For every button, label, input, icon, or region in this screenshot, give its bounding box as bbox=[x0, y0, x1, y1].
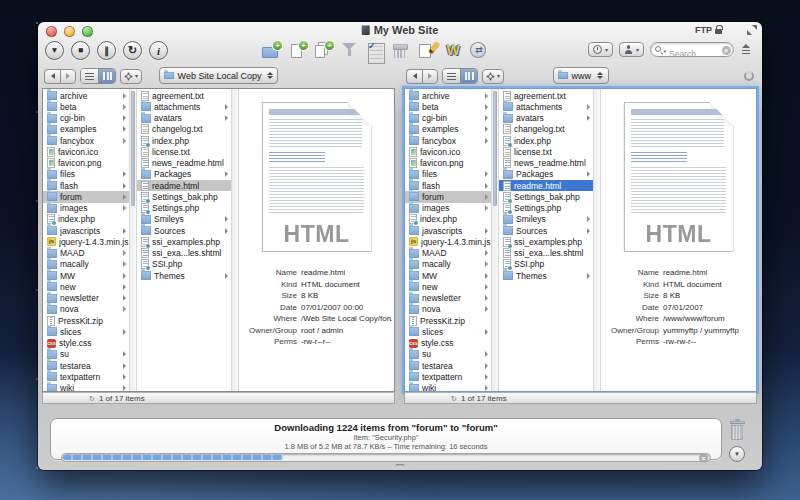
search-clear-icon[interactable]: × bbox=[722, 46, 731, 55]
file-row[interactable]: Sources bbox=[137, 225, 231, 236]
file-row[interactable]: Themes bbox=[499, 270, 593, 281]
path-popup[interactable]: www bbox=[553, 67, 609, 84]
file-row[interactable]: testarea bbox=[43, 360, 129, 371]
file-row[interactable]: ssi_exa...les.shtml bbox=[137, 248, 231, 259]
file-row[interactable]: attachments bbox=[137, 101, 231, 112]
file-row[interactable]: PressKit.zip bbox=[405, 315, 491, 326]
history-menu-button[interactable]: ▾ bbox=[588, 42, 613, 57]
file-row[interactable]: forum bbox=[43, 191, 129, 202]
file-row[interactable]: license.txt bbox=[499, 146, 593, 157]
file-row[interactable]: su bbox=[43, 349, 129, 360]
file-row[interactable]: jquery-1.4.3.min.js bbox=[43, 236, 129, 247]
file-row[interactable]: SSI.php bbox=[499, 259, 593, 270]
info-button[interactable]: i bbox=[149, 41, 168, 60]
file-row[interactable]: Packages bbox=[137, 169, 231, 180]
scrollbar[interactable] bbox=[129, 89, 137, 391]
scrollbar-thumb[interactable] bbox=[493, 91, 497, 206]
titlebar[interactable]: My Web Site FTP bbox=[38, 22, 762, 38]
file-row[interactable]: archive bbox=[43, 90, 129, 101]
file-row[interactable]: nova bbox=[43, 304, 129, 315]
list-view-button[interactable] bbox=[81, 69, 98, 83]
file-row[interactable]: files bbox=[43, 169, 129, 180]
collapse-drawer-button[interactable]: ▼ bbox=[729, 446, 745, 462]
file-row[interactable]: examples bbox=[43, 124, 129, 135]
minimize-button[interactable] bbox=[64, 26, 75, 37]
file-row[interactable]: index.php bbox=[43, 214, 129, 225]
file-row[interactable]: Settings.php bbox=[499, 203, 593, 214]
file-row[interactable]: Settings_bak.php bbox=[499, 191, 593, 202]
file-row[interactable]: beta bbox=[43, 101, 129, 112]
file-row[interactable]: images bbox=[43, 203, 129, 214]
file-row[interactable]: avatars bbox=[137, 113, 231, 124]
yummy-logo-icon[interactable]: W bbox=[442, 41, 464, 60]
disconnect-icon[interactable] bbox=[740, 43, 752, 57]
file-row[interactable]: javascripts bbox=[405, 225, 491, 236]
edit-icon[interactable] bbox=[416, 41, 438, 60]
cancel-transfer-icon[interactable]: × bbox=[699, 453, 708, 462]
file-row[interactable]: su bbox=[405, 349, 491, 360]
file-row[interactable]: MW bbox=[405, 270, 491, 281]
file-row[interactable]: Smileys bbox=[499, 214, 593, 225]
window-resize-dimple[interactable] bbox=[396, 464, 405, 468]
file-row[interactable]: avatars bbox=[499, 113, 593, 124]
file-row[interactable]: SSI.php bbox=[137, 259, 231, 270]
fullscreen-icon[interactable] bbox=[747, 25, 757, 35]
file-row[interactable]: beta bbox=[405, 101, 491, 112]
scrollbar[interactable] bbox=[593, 89, 601, 391]
file-row[interactable]: wiki bbox=[43, 383, 129, 392]
stop-button[interactable]: ■ bbox=[71, 41, 90, 60]
file-row[interactable]: cgi-bin bbox=[405, 113, 491, 124]
file-row[interactable]: ssi_examples.php bbox=[499, 236, 593, 247]
file-row[interactable]: slices bbox=[405, 326, 491, 337]
path-popup[interactable]: Web Site Local Copy bbox=[159, 67, 279, 84]
file-row[interactable]: favicon.png bbox=[43, 158, 129, 169]
new-file-icon[interactable] bbox=[286, 41, 308, 60]
file-row[interactable]: changelog.txt bbox=[499, 124, 593, 135]
file-row[interactable]: MW bbox=[43, 270, 129, 281]
file-row[interactable]: license.txt bbox=[137, 146, 231, 157]
file-row[interactable]: images bbox=[405, 203, 491, 214]
scrollbar[interactable] bbox=[231, 89, 239, 391]
file-row[interactable]: newsletter bbox=[405, 293, 491, 304]
file-row[interactable]: newsletter bbox=[43, 293, 129, 304]
column-view-button[interactable] bbox=[460, 69, 477, 83]
file-row[interactable]: news_readme.html bbox=[137, 158, 231, 169]
file-row[interactable]: fancybox bbox=[43, 135, 129, 146]
accounts-menu-button[interactable]: ▾ bbox=[619, 42, 644, 57]
transfer-button[interactable]: ▼ bbox=[45, 41, 64, 60]
trash-icon[interactable] bbox=[727, 419, 747, 442]
sync-icon[interactable]: ⇄ bbox=[468, 41, 490, 60]
file-row[interactable]: jquery-1.4.3.min.js bbox=[405, 236, 491, 247]
file-row[interactable]: fancybox bbox=[405, 135, 491, 146]
close-button[interactable] bbox=[46, 26, 57, 37]
file-row[interactable]: Themes bbox=[137, 270, 231, 281]
file-row[interactable]: news_readme.html bbox=[499, 158, 593, 169]
file-row[interactable]: flash bbox=[405, 180, 491, 191]
file-row[interactable]: PressKit.zip bbox=[43, 315, 129, 326]
file-row[interactable]: readme.html bbox=[499, 180, 593, 191]
file-row[interactable]: favicon.ico bbox=[405, 146, 491, 157]
file-row[interactable]: agreement.txt bbox=[137, 90, 231, 101]
file-row[interactable]: index.php bbox=[137, 135, 231, 146]
file-row[interactable]: favicon.png bbox=[405, 158, 491, 169]
back-button[interactable] bbox=[44, 69, 60, 84]
file-row[interactable]: ssi_exa...les.shtml bbox=[499, 248, 593, 259]
file-row[interactable]: Sources bbox=[499, 225, 593, 236]
scrollbar-thumb[interactable] bbox=[131, 91, 135, 206]
file-row[interactable]: readme.html bbox=[137, 180, 231, 191]
duplicate-icon[interactable] bbox=[312, 41, 334, 60]
file-row[interactable]: macally bbox=[405, 259, 491, 270]
forward-button[interactable] bbox=[422, 69, 438, 84]
file-row[interactable]: cgi-bin bbox=[43, 113, 129, 124]
file-row[interactable]: flash bbox=[43, 180, 129, 191]
file-row[interactable]: attachments bbox=[499, 101, 593, 112]
tasks-icon[interactable] bbox=[364, 41, 386, 60]
file-row[interactable]: index.php bbox=[499, 135, 593, 146]
list-view-button[interactable] bbox=[443, 69, 460, 83]
file-row[interactable]: Smileys bbox=[137, 214, 231, 225]
action-menu-button[interactable]: ▾ bbox=[482, 69, 504, 84]
file-row[interactable]: macally bbox=[43, 259, 129, 270]
file-row[interactable]: MAAD bbox=[405, 248, 491, 259]
file-row[interactable]: Settings_bak.php bbox=[137, 191, 231, 202]
filter-icon[interactable] bbox=[338, 41, 360, 60]
